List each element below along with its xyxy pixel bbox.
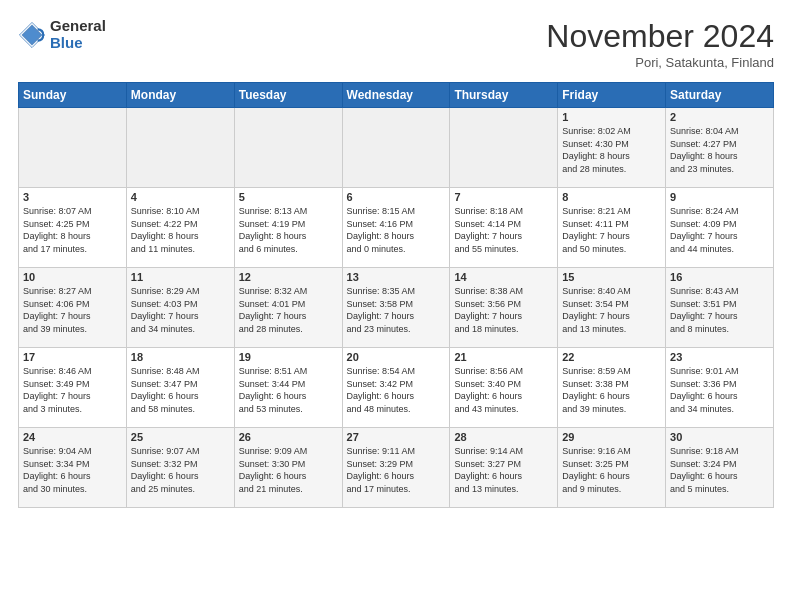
day-number: 8 bbox=[562, 191, 661, 203]
day-detail: Sunrise: 8:10 AM Sunset: 4:22 PM Dayligh… bbox=[131, 205, 230, 255]
calendar-cell: 6Sunrise: 8:15 AM Sunset: 4:16 PM Daylig… bbox=[342, 188, 450, 268]
day-detail: Sunrise: 9:09 AM Sunset: 3:30 PM Dayligh… bbox=[239, 445, 338, 495]
calendar-cell: 22Sunrise: 8:59 AM Sunset: 3:38 PM Dayli… bbox=[558, 348, 666, 428]
calendar-cell: 7Sunrise: 8:18 AM Sunset: 4:14 PM Daylig… bbox=[450, 188, 558, 268]
day-detail: Sunrise: 8:21 AM Sunset: 4:11 PM Dayligh… bbox=[562, 205, 661, 255]
header-sunday: Sunday bbox=[19, 83, 127, 108]
day-number: 18 bbox=[131, 351, 230, 363]
day-number: 3 bbox=[23, 191, 122, 203]
calendar-cell: 20Sunrise: 8:54 AM Sunset: 3:42 PM Dayli… bbox=[342, 348, 450, 428]
day-detail: Sunrise: 8:18 AM Sunset: 4:14 PM Dayligh… bbox=[454, 205, 553, 255]
day-number: 20 bbox=[347, 351, 446, 363]
header-friday: Friday bbox=[558, 83, 666, 108]
day-detail: Sunrise: 8:40 AM Sunset: 3:54 PM Dayligh… bbox=[562, 285, 661, 335]
day-number: 21 bbox=[454, 351, 553, 363]
calendar-cell: 30Sunrise: 9:18 AM Sunset: 3:24 PM Dayli… bbox=[666, 428, 774, 508]
calendar-cell: 9Sunrise: 8:24 AM Sunset: 4:09 PM Daylig… bbox=[666, 188, 774, 268]
day-detail: Sunrise: 8:07 AM Sunset: 4:25 PM Dayligh… bbox=[23, 205, 122, 255]
day-detail: Sunrise: 8:29 AM Sunset: 4:03 PM Dayligh… bbox=[131, 285, 230, 335]
title-block: November 2024 Pori, Satakunta, Finland bbox=[546, 18, 774, 70]
weekday-header-row: Sunday Monday Tuesday Wednesday Thursday… bbox=[19, 83, 774, 108]
calendar-cell: 26Sunrise: 9:09 AM Sunset: 3:30 PM Dayli… bbox=[234, 428, 342, 508]
calendar-cell: 21Sunrise: 8:56 AM Sunset: 3:40 PM Dayli… bbox=[450, 348, 558, 428]
calendar-cell bbox=[450, 108, 558, 188]
calendar-cell: 27Sunrise: 9:11 AM Sunset: 3:29 PM Dayli… bbox=[342, 428, 450, 508]
day-number: 11 bbox=[131, 271, 230, 283]
day-detail: Sunrise: 8:13 AM Sunset: 4:19 PM Dayligh… bbox=[239, 205, 338, 255]
day-number: 26 bbox=[239, 431, 338, 443]
calendar-week-3: 10Sunrise: 8:27 AM Sunset: 4:06 PM Dayli… bbox=[19, 268, 774, 348]
day-number: 24 bbox=[23, 431, 122, 443]
day-number: 19 bbox=[239, 351, 338, 363]
calendar-cell: 10Sunrise: 8:27 AM Sunset: 4:06 PM Dayli… bbox=[19, 268, 127, 348]
day-detail: Sunrise: 8:51 AM Sunset: 3:44 PM Dayligh… bbox=[239, 365, 338, 415]
day-number: 29 bbox=[562, 431, 661, 443]
day-number: 16 bbox=[670, 271, 769, 283]
day-detail: Sunrise: 8:27 AM Sunset: 4:06 PM Dayligh… bbox=[23, 285, 122, 335]
calendar-cell: 16Sunrise: 8:43 AM Sunset: 3:51 PM Dayli… bbox=[666, 268, 774, 348]
calendar-cell: 24Sunrise: 9:04 AM Sunset: 3:34 PM Dayli… bbox=[19, 428, 127, 508]
day-detail: Sunrise: 8:32 AM Sunset: 4:01 PM Dayligh… bbox=[239, 285, 338, 335]
day-detail: Sunrise: 8:48 AM Sunset: 3:47 PM Dayligh… bbox=[131, 365, 230, 415]
calendar-cell: 19Sunrise: 8:51 AM Sunset: 3:44 PM Dayli… bbox=[234, 348, 342, 428]
calendar-cell: 23Sunrise: 9:01 AM Sunset: 3:36 PM Dayli… bbox=[666, 348, 774, 428]
day-detail: Sunrise: 8:15 AM Sunset: 4:16 PM Dayligh… bbox=[347, 205, 446, 255]
day-number: 13 bbox=[347, 271, 446, 283]
day-number: 17 bbox=[23, 351, 122, 363]
day-detail: Sunrise: 9:07 AM Sunset: 3:32 PM Dayligh… bbox=[131, 445, 230, 495]
calendar-cell: 8Sunrise: 8:21 AM Sunset: 4:11 PM Daylig… bbox=[558, 188, 666, 268]
day-number: 23 bbox=[670, 351, 769, 363]
calendar-week-2: 3Sunrise: 8:07 AM Sunset: 4:25 PM Daylig… bbox=[19, 188, 774, 268]
calendar-cell bbox=[234, 108, 342, 188]
day-detail: Sunrise: 8:46 AM Sunset: 3:49 PM Dayligh… bbox=[23, 365, 122, 415]
calendar-week-1: 1Sunrise: 8:02 AM Sunset: 4:30 PM Daylig… bbox=[19, 108, 774, 188]
header-monday: Monday bbox=[126, 83, 234, 108]
day-detail: Sunrise: 9:01 AM Sunset: 3:36 PM Dayligh… bbox=[670, 365, 769, 415]
day-detail: Sunrise: 8:38 AM Sunset: 3:56 PM Dayligh… bbox=[454, 285, 553, 335]
calendar-cell: 3Sunrise: 8:07 AM Sunset: 4:25 PM Daylig… bbox=[19, 188, 127, 268]
day-number: 28 bbox=[454, 431, 553, 443]
day-number: 10 bbox=[23, 271, 122, 283]
calendar-cell: 12Sunrise: 8:32 AM Sunset: 4:01 PM Dayli… bbox=[234, 268, 342, 348]
month-title: November 2024 bbox=[546, 18, 774, 55]
day-detail: Sunrise: 8:35 AM Sunset: 3:58 PM Dayligh… bbox=[347, 285, 446, 335]
header-thursday: Thursday bbox=[450, 83, 558, 108]
day-number: 25 bbox=[131, 431, 230, 443]
calendar-cell: 13Sunrise: 8:35 AM Sunset: 3:58 PM Dayli… bbox=[342, 268, 450, 348]
day-number: 7 bbox=[454, 191, 553, 203]
day-number: 15 bbox=[562, 271, 661, 283]
day-detail: Sunrise: 9:14 AM Sunset: 3:27 PM Dayligh… bbox=[454, 445, 553, 495]
logo-general: General bbox=[50, 18, 106, 35]
header: General Blue November 2024 Pori, Satakun… bbox=[18, 18, 774, 70]
calendar-cell bbox=[19, 108, 127, 188]
calendar: Sunday Monday Tuesday Wednesday Thursday… bbox=[18, 82, 774, 508]
day-number: 12 bbox=[239, 271, 338, 283]
calendar-cell: 15Sunrise: 8:40 AM Sunset: 3:54 PM Dayli… bbox=[558, 268, 666, 348]
calendar-cell: 4Sunrise: 8:10 AM Sunset: 4:22 PM Daylig… bbox=[126, 188, 234, 268]
logo-text: General Blue bbox=[50, 18, 106, 51]
day-number: 1 bbox=[562, 111, 661, 123]
day-detail: Sunrise: 8:24 AM Sunset: 4:09 PM Dayligh… bbox=[670, 205, 769, 255]
calendar-cell bbox=[126, 108, 234, 188]
header-tuesday: Tuesday bbox=[234, 83, 342, 108]
day-number: 14 bbox=[454, 271, 553, 283]
logo: General Blue bbox=[18, 18, 106, 51]
header-wednesday: Wednesday bbox=[342, 83, 450, 108]
calendar-cell: 28Sunrise: 9:14 AM Sunset: 3:27 PM Dayli… bbox=[450, 428, 558, 508]
calendar-cell: 18Sunrise: 8:48 AM Sunset: 3:47 PM Dayli… bbox=[126, 348, 234, 428]
day-number: 4 bbox=[131, 191, 230, 203]
calendar-cell: 17Sunrise: 8:46 AM Sunset: 3:49 PM Dayli… bbox=[19, 348, 127, 428]
day-number: 30 bbox=[670, 431, 769, 443]
day-detail: Sunrise: 8:54 AM Sunset: 3:42 PM Dayligh… bbox=[347, 365, 446, 415]
calendar-cell: 14Sunrise: 8:38 AM Sunset: 3:56 PM Dayli… bbox=[450, 268, 558, 348]
calendar-cell: 25Sunrise: 9:07 AM Sunset: 3:32 PM Dayli… bbox=[126, 428, 234, 508]
calendar-week-5: 24Sunrise: 9:04 AM Sunset: 3:34 PM Dayli… bbox=[19, 428, 774, 508]
day-detail: Sunrise: 9:16 AM Sunset: 3:25 PM Dayligh… bbox=[562, 445, 661, 495]
logo-blue: Blue bbox=[50, 35, 106, 52]
day-detail: Sunrise: 8:43 AM Sunset: 3:51 PM Dayligh… bbox=[670, 285, 769, 335]
header-saturday: Saturday bbox=[666, 83, 774, 108]
calendar-cell: 2Sunrise: 8:04 AM Sunset: 4:27 PM Daylig… bbox=[666, 108, 774, 188]
day-number: 9 bbox=[670, 191, 769, 203]
day-detail: Sunrise: 9:04 AM Sunset: 3:34 PM Dayligh… bbox=[23, 445, 122, 495]
day-detail: Sunrise: 8:04 AM Sunset: 4:27 PM Dayligh… bbox=[670, 125, 769, 175]
